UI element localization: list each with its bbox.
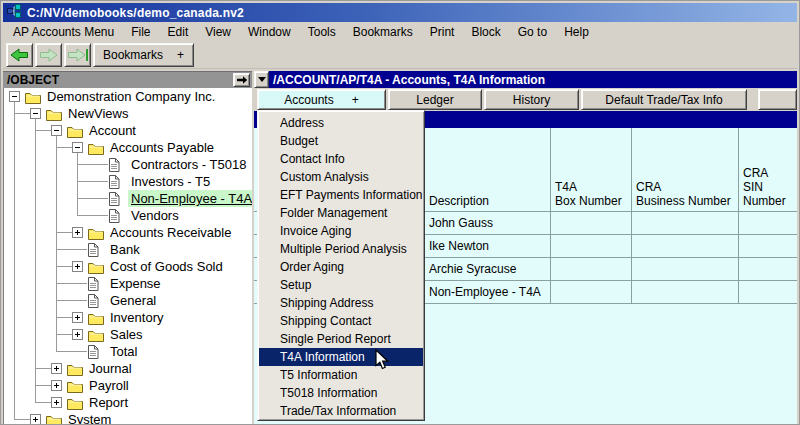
tab-history[interactable]: History: [484, 89, 579, 110]
collapse-toggle-icon[interactable]: [9, 91, 20, 102]
menu-item-setup[interactable]: Setup: [259, 276, 423, 294]
menubar-item-file[interactable]: File: [131, 25, 150, 39]
table-cell[interactable]: [632, 281, 739, 303]
tree-item-total[interactable]: Total: [4, 343, 252, 360]
tab-partial[interactable]: [758, 89, 797, 110]
window-title: C:/NV/demobooks/demo_canada.nv2: [27, 6, 244, 20]
menu-item-custom-analysis[interactable]: Custom Analysis: [259, 168, 423, 186]
tree-item-inventory[interactable]: Inventory: [4, 309, 252, 326]
tree-item-accounts-payable[interactable]: Accounts Payable: [4, 139, 252, 156]
expand-toggle-icon[interactable]: [51, 397, 62, 408]
menubar-item-block[interactable]: Block: [471, 25, 500, 39]
menubar-item-tools[interactable]: Tools: [308, 25, 336, 39]
menubar-item-edit[interactable]: Edit: [168, 25, 189, 39]
menu-item-eft-payments-information[interactable]: EFT Payments Information: [259, 186, 423, 204]
table-cell[interactable]: [551, 258, 632, 280]
menu-item-budget[interactable]: Budget: [259, 132, 423, 150]
table-cell[interactable]: [551, 281, 632, 303]
menubar-item-go-to[interactable]: Go to: [518, 25, 547, 39]
column-header-t4a-box-number: T4A Box Number: [551, 128, 632, 211]
tab-default-trade-tax-info[interactable]: Default Trade/Tax Info: [581, 89, 747, 110]
expand-toggle-icon[interactable]: [51, 380, 62, 391]
menu-item-order-aging[interactable]: Order Aging: [259, 258, 423, 276]
tree-item-payroll[interactable]: Payroll: [4, 377, 252, 394]
tab-accounts-plus[interactable]: +: [352, 93, 359, 107]
table-cell[interactable]: [739, 235, 797, 257]
collapse-toggle-icon[interactable]: [72, 142, 83, 153]
tree-item-label: Contractors - T5018: [128, 156, 249, 173]
tree-item-system[interactable]: System: [4, 411, 252, 424]
table-cell[interactable]: [632, 212, 739, 234]
panel-title: /ACCOUNT/AP/T4A - Accounts, T4A Informat…: [269, 71, 797, 88]
bookmarks-button[interactable]: Bookmarks +: [93, 43, 194, 67]
expand-toggle-icon[interactable]: [72, 329, 83, 340]
menu-item-single-period-report[interactable]: Single Period Report: [259, 330, 423, 348]
menu-item-trade-tax-information[interactable]: Trade/Tax Information: [259, 402, 423, 420]
tree-item-general[interactable]: General: [4, 292, 252, 309]
tree-item-demonstration-company-inc[interactable]: Demonstration Company Inc.: [4, 88, 252, 105]
table-cell[interactable]: [632, 258, 739, 280]
tree-item-label: Report: [86, 394, 131, 411]
tree-panel-arrow-button[interactable]: [233, 73, 250, 87]
expand-toggle-icon[interactable]: [72, 312, 83, 323]
panel-dropdown-button[interactable]: [254, 71, 269, 88]
menu-item-multiple-period-analysis[interactable]: Multiple Period Analysis: [259, 240, 423, 258]
tree-item-report[interactable]: Report: [4, 394, 252, 411]
table-cell[interactable]: [551, 212, 632, 234]
tab-accounts[interactable]: Accounts +: [257, 89, 386, 110]
tree-item-expense[interactable]: Expense: [4, 275, 252, 292]
tree-item-accounts-receivable[interactable]: Accounts Receivable: [4, 224, 252, 241]
table-cell[interactable]: [739, 212, 797, 234]
menu-item-t5018-information[interactable]: T5018 Information: [259, 384, 423, 402]
menu-item-t5-information[interactable]: T5 Information: [259, 366, 423, 384]
back-button[interactable]: [6, 43, 33, 67]
menu-item-t4a-information[interactable]: T4A Information: [259, 348, 423, 366]
menubar-item-help[interactable]: Help: [564, 25, 589, 39]
expand-toggle-icon[interactable]: [72, 261, 83, 272]
tree-item-newviews[interactable]: NewViews: [4, 105, 252, 122]
menu-item-invoice-aging[interactable]: Invoice Aging: [259, 222, 423, 240]
tree-connector-stub: [35, 130, 51, 131]
tree-item-sales[interactable]: Sales: [4, 326, 252, 343]
forward-to-end-button[interactable]: [64, 43, 91, 67]
expand-toggle-icon[interactable]: [30, 414, 41, 424]
tree-item-investors-t5[interactable]: Investors - T5: [4, 173, 252, 190]
menu-item-address[interactable]: Address: [259, 114, 423, 132]
tree-item-label: Investors - T5: [128, 173, 213, 190]
tree-item-label: General: [107, 292, 159, 309]
table-cell[interactable]: [739, 258, 797, 280]
menu-item-shipping-address[interactable]: Shipping Address: [259, 294, 423, 312]
tree-connector-stub: [35, 385, 51, 386]
tree-item-journal[interactable]: Journal: [4, 360, 252, 377]
table-cell[interactable]: [632, 235, 739, 257]
menubar-item-window[interactable]: Window: [248, 25, 291, 39]
tree-item-non-employee-t4a[interactable]: Non-Employee - T4A: [4, 190, 252, 207]
menubar-item-print[interactable]: Print: [430, 25, 455, 39]
collapse-toggle-icon[interactable]: [30, 108, 41, 119]
bookmarks-add-plus[interactable]: +: [177, 48, 184, 62]
menubar-item-ap-accounts-menu[interactable]: AP Accounts Menu: [13, 25, 114, 39]
menubar-item-view[interactable]: View: [205, 25, 231, 39]
expand-toggle-icon[interactable]: [72, 227, 83, 238]
tree-item-contractors-t5018[interactable]: Contractors - T5018: [4, 156, 252, 173]
tree-item-label: Journal: [86, 360, 135, 377]
tab-ledger[interactable]: Ledger: [388, 89, 482, 110]
tree-item-label: Accounts Payable: [107, 139, 217, 156]
tabs-row: Accounts + Ledger History Default Trade/…: [254, 88, 797, 111]
menu-item-folder-management[interactable]: Folder Management: [259, 204, 423, 222]
collapse-toggle-icon[interactable]: [51, 125, 62, 136]
expand-toggle-icon[interactable]: [51, 363, 62, 374]
table-cell[interactable]: [551, 235, 632, 257]
menu-item-shipping-contact[interactable]: Shipping Contact: [259, 312, 423, 330]
menubar-item-bookmarks[interactable]: Bookmarks: [353, 25, 413, 39]
tree-item-label: Payroll: [86, 377, 132, 394]
table-cell[interactable]: [739, 281, 797, 303]
tree-connector-stub: [56, 232, 72, 233]
tree-item-vendors[interactable]: Vendors: [4, 207, 252, 224]
tree-item-bank[interactable]: Bank: [4, 241, 252, 258]
menu-item-contact-info[interactable]: Contact Info: [259, 150, 423, 168]
tree-connector-stub: [56, 351, 87, 352]
tree-item-cost-of-goods-sold[interactable]: Cost of Goods Sold: [4, 258, 252, 275]
tree-item-account[interactable]: Account: [4, 122, 252, 139]
forward-button[interactable]: [35, 43, 62, 67]
